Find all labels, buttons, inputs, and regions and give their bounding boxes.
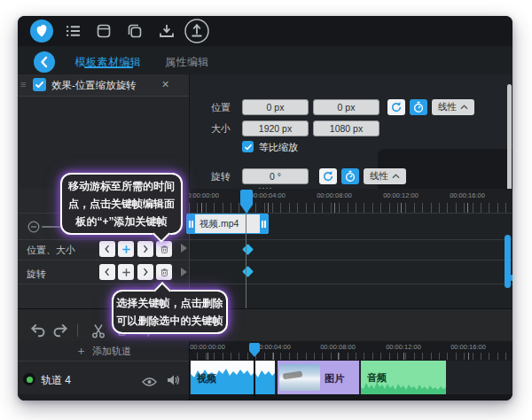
export-icon[interactable] — [184, 18, 210, 44]
position-interpolation-dropdown[interactable]: 线性 — [432, 99, 474, 115]
clip-label: 音频 — [367, 371, 387, 385]
video-clip[interactable]: 视频 — [191, 361, 275, 394]
keyframe-scrollbar[interactable] — [505, 235, 511, 288]
copy-stack-icon[interactable] — [128, 24, 143, 38]
collapse-track-icon[interactable] — [27, 221, 40, 233]
kf-ruler-label: 00:00:00:00 — [189, 191, 223, 199]
kf-ruler-label: 00:00:12:00 — [379, 191, 422, 199]
back-button[interactable] — [34, 51, 55, 73]
track-mute-speaker-icon[interactable] — [167, 373, 180, 389]
uniform-scale-checkbox[interactable] — [242, 141, 254, 152]
clip-label: 视频 — [197, 372, 216, 385]
position-x-field[interactable]: 0 px — [242, 99, 309, 115]
position-y-field[interactable]: 0 px — [313, 99, 379, 115]
kf-ruler-ticks — [189, 203, 512, 213]
row1-add-keyframe-button[interactable] — [118, 241, 134, 257]
chevron-left-icon — [102, 267, 113, 277]
row1-prev-keyframe-button[interactable] — [99, 241, 115, 257]
rotation-label: 旋转 — [211, 168, 231, 184]
add-track-label: 添加轨道 — [92, 345, 131, 358]
app-window: 模板素材编辑 属性编辑 ≡ 效果-位置缩放旋转 ✕ 位置 0 px 0 px 线… — [18, 16, 512, 401]
keyframe-clip[interactable]: 视频.mp4 — [186, 214, 269, 234]
reset-icon — [390, 101, 403, 113]
caret-up-icon — [460, 105, 468, 110]
row2-next-keyframe-button[interactable] — [137, 264, 153, 280]
kf-ruler-label: 00:00:04:00 — [246, 191, 289, 199]
add-keyframe-tooltip: 移动游标至所需的时间 点，点击关键帧编辑面 板的“+”添加关键帧 — [60, 173, 183, 235]
track-name: 轨道 4 — [41, 373, 71, 388]
row1-delete-keyframe-button[interactable] — [156, 241, 172, 257]
row2-add-keyframe-button[interactable] — [118, 264, 134, 280]
stopwatch-icon — [344, 170, 356, 183]
kf-row1-label: 位置、大小 — [27, 244, 75, 257]
top-toolbar — [18, 16, 512, 46]
toolbar-divider — [77, 324, 78, 337]
track-enabled-indicator[interactable] — [23, 373, 35, 385]
tl-ruler-label: 00:00:16:00 — [447, 343, 489, 351]
rotation-keyframe-stopwatch-button[interactable] — [341, 168, 359, 184]
plus-icon — [121, 267, 132, 278]
tl-ruler-label: 00:00:12:00 — [382, 343, 425, 351]
chevron-right-icon — [140, 244, 151, 254]
timeline-track-lane: 视频 图片 音频 — [189, 361, 512, 394]
row2-delete-keyframe-button[interactable] — [156, 264, 172, 280]
cut-button[interactable] — [91, 323, 109, 338]
kf-ruler-label: 00:00:16:00 — [446, 191, 489, 199]
check-icon — [35, 81, 44, 89]
clip-trim-right-handle[interactable] — [260, 214, 268, 233]
active-tab-underline — [84, 66, 133, 68]
size-height-field[interactable]: 1080 px — [313, 121, 379, 136]
download-icon[interactable] — [159, 24, 174, 38]
reset-icon — [322, 170, 334, 183]
track-visibility-eye-icon[interactable] — [142, 374, 157, 390]
add-track-button[interactable]: ＋ 添加轨道 — [18, 341, 189, 362]
drag-grip-icon[interactable]: ≡ — [20, 79, 26, 89]
media-list-icon[interactable] — [66, 24, 81, 38]
rotation-field[interactable]: 0 ° — [242, 168, 309, 184]
stopwatch-icon — [412, 101, 425, 113]
effect-title: 效果-位置缩放旋转 — [51, 79, 137, 92]
tl-ruler-label: 00:00:08:00 — [317, 343, 359, 351]
effect-enabled-checkbox[interactable] — [33, 78, 46, 91]
kf-ruler-label: 00:00:08:00 — [313, 191, 356, 199]
library-icon[interactable] — [97, 24, 112, 38]
trash-icon — [159, 267, 170, 278]
chevron-left-icon — [102, 244, 113, 254]
undo-button[interactable] — [30, 323, 48, 338]
audio-clip[interactable]: 音频 — [361, 361, 446, 394]
caret-up-icon — [392, 174, 400, 179]
size-label: 大小 — [211, 121, 231, 136]
kf-row2-label: 旋转 — [27, 268, 46, 281]
tl-playhead[interactable] — [249, 343, 260, 361]
delete-keyframe-tooltip: 选择关键帧，点击删除 可以删除选中的关键帧 — [112, 290, 228, 334]
size-width-field[interactable]: 1920 px — [242, 121, 309, 136]
rotation-reset-button[interactable] — [319, 168, 337, 184]
close-icon[interactable]: ✕ — [161, 79, 169, 90]
row2-prev-keyframe-button[interactable] — [99, 264, 115, 280]
app-logo-icon[interactable] — [30, 19, 53, 43]
kf-playhead[interactable] — [240, 190, 253, 218]
redo-button[interactable] — [52, 323, 70, 338]
tab-property-edit[interactable]: 属性编辑 — [162, 55, 212, 70]
row1-expand-triangle-icon[interactable] — [181, 244, 187, 253]
properties-scrollbar[interactable] — [507, 84, 512, 197]
rotation-interpolation-dropdown[interactable]: 线性 — [364, 168, 406, 184]
kf-playhead-line — [246, 211, 246, 308]
image-thumbnail — [279, 364, 320, 391]
position-reset-button[interactable] — [387, 99, 405, 115]
tl-ruler-ticks — [189, 353, 512, 360]
interpolation-value: 线性 — [370, 170, 388, 183]
chevron-left-icon — [34, 51, 55, 73]
row1-next-keyframe-button[interactable] — [137, 241, 153, 257]
tl-playhead-line — [254, 356, 255, 397]
check-icon — [244, 144, 253, 151]
position-keyframe-stopwatch-button[interactable] — [410, 99, 427, 115]
image-clip[interactable]: 图片 — [278, 361, 359, 394]
row2-expand-triangle-icon[interactable] — [181, 268, 187, 276]
chevron-right-icon — [140, 267, 151, 277]
clip-trim-left-handle[interactable] — [187, 214, 195, 233]
uniform-scale-label: 等比缩放 — [259, 141, 298, 154]
clip-label: 图片 — [325, 372, 344, 385]
position-label: 位置 — [211, 99, 231, 115]
plus-icon: ＋ — [75, 343, 87, 359]
